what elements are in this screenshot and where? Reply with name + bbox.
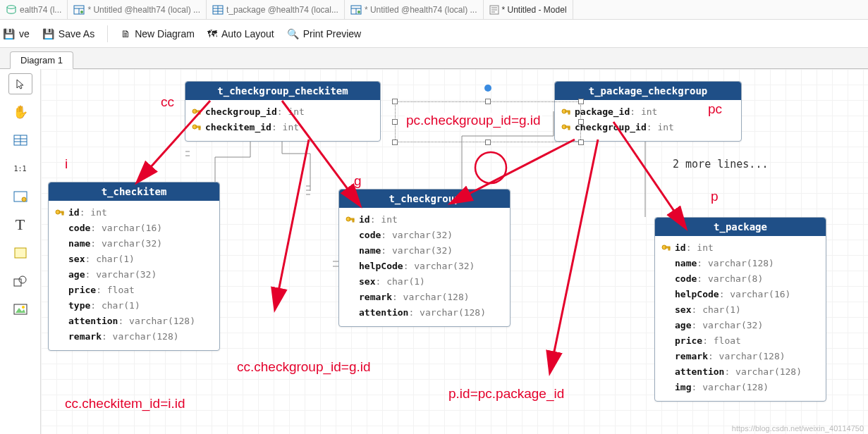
field-type: : varchar(128)	[392, 290, 470, 305]
table-field: id: int	[54, 205, 214, 221]
alias-i: i	[65, 156, 68, 172]
pan-tool[interactable]: ✋	[8, 101, 32, 123]
field-spacer	[345, 230, 355, 240]
field-type: : int	[80, 205, 107, 221]
editor-tab[interactable]: * Untitled - Model	[484, 0, 573, 19]
table-field: sex: char(1)	[54, 252, 214, 267]
field-type: : varchar(32)	[691, 318, 763, 333]
join-pc-g: pc.checkgroup_id=g.id	[405, 113, 542, 128]
join-p-pc: p.id=pc.package_id	[448, 386, 564, 402]
field-spacer	[54, 254, 64, 264]
alias-cc: cc	[161, 94, 174, 110]
watermark: https://blog.csdn.net/weixin_40114750	[732, 424, 864, 433]
pointer-tool[interactable]	[8, 73, 32, 94]
print-preview-button[interactable]: 🔍 Print Preview	[287, 28, 361, 39]
editor-tab[interactable]: ealth74 (l...	[0, 0, 68, 19]
field-type: : varchar(16)	[90, 221, 162, 236]
field-spacer	[661, 259, 671, 268]
table-header: t_package_checkgroup	[555, 82, 741, 100]
field-type: : varchar(128)	[708, 349, 786, 364]
field-name: id	[359, 212, 370, 228]
field-spacer	[54, 285, 64, 295]
table-field: code: varchar(8)	[661, 271, 820, 287]
save-as-button[interactable]: 💾 Save As	[42, 28, 94, 39]
field-spacer	[54, 239, 64, 249]
save-as-label: Save As	[59, 28, 94, 39]
save-icon: 💾	[3, 28, 15, 39]
auto-layout-icon: 🗺	[207, 28, 217, 39]
field-type: : char(1)	[375, 274, 424, 290]
field-type: : varchar(128)	[724, 364, 802, 380]
text-tool[interactable]: T	[8, 214, 32, 235]
table-t-checkgroup[interactable]: t_checkgroupid: intcode: varchar(32)name…	[338, 189, 511, 327]
svg-rect-28	[199, 112, 200, 114]
field-spacer	[345, 261, 355, 271]
view-tool[interactable]	[8, 186, 32, 207]
relation-tool[interactable]: 1:1	[8, 158, 32, 179]
field-name: age	[675, 318, 691, 333]
save-button[interactable]: 💾 ve	[3, 28, 30, 39]
save-as-icon: 💾	[42, 28, 54, 39]
image-tool[interactable]	[8, 299, 32, 320]
diagram-canvas[interactable]: ✋ 1:1 T t_checkgroup_checkitemcheckgroup…	[0, 69, 868, 434]
field-spacer	[661, 274, 671, 284]
note-tool[interactable]	[8, 242, 32, 264]
join-cc-i: cc.checkitem_id=i.id	[65, 396, 185, 411]
new-diagram-button[interactable]: 🗎 New Diagram	[121, 28, 195, 39]
field-name: sex	[675, 302, 691, 318]
table-field: checkgroup_id: int	[191, 104, 374, 120]
editor-tab-label: t_package @health74 (local...	[226, 5, 338, 15]
table-t-checkitem[interactable]: t_checkitemid: intcode: varchar(16)name:…	[48, 182, 220, 351]
table-t-checkgroup-checkitem[interactable]: t_checkgroup_checkitemcheckgroup_id: int…	[185, 81, 381, 142]
editor-tab[interactable]: * Untitled @health74 (local) ...	[68, 0, 207, 19]
field-type: : char(1)	[691, 302, 740, 318]
field-name: attention	[675, 364, 724, 380]
rotation-handle[interactable]	[484, 85, 491, 92]
diagram-tab[interactable]: Diagram 1	[10, 51, 73, 69]
editor-tab[interactable]: * Untitled @health74 (local) ...	[345, 0, 484, 19]
field-spacer	[54, 301, 64, 311]
editor-tab-label: * Untitled @health74 (local) ...	[365, 5, 477, 15]
table-field: checkgroup_id: int	[561, 120, 735, 135]
field-spacer	[54, 332, 64, 342]
table-field: id: int	[345, 212, 504, 228]
field-name: remark	[675, 349, 708, 364]
table-field: remark: varchar(128)	[345, 290, 504, 305]
tool-palette: ✋ 1:1 T	[0, 69, 41, 434]
field-type: : char(1)	[85, 252, 134, 267]
editor-tab[interactable]: t_package @health74 (local...	[207, 0, 345, 19]
auto-layout-button[interactable]: 🗺 Auto Layout	[207, 28, 274, 39]
diagram-tab-strip: Diagram 1	[0, 48, 868, 69]
field-spacer	[345, 277, 355, 287]
field-name: age	[68, 267, 85, 283]
alias-p: p	[711, 189, 719, 204]
field-name: remark	[68, 329, 102, 345]
field-name: checkgroup_id	[575, 120, 647, 135]
field-type: : varchar(32)	[381, 228, 453, 243]
field-name: price	[675, 333, 702, 349]
more-lines-note: 2 more lines...	[673, 158, 768, 170]
primary-key-icon	[345, 215, 355, 225]
field-name: code	[675, 271, 697, 287]
field-name: attention	[68, 314, 118, 329]
field-name: package_id	[575, 104, 630, 120]
field-name: helpCode	[675, 287, 719, 302]
table-header: t_checkgroup_checkitem	[185, 82, 380, 100]
field-spacer	[661, 290, 671, 299]
field-type: : varchar(128)	[118, 314, 195, 329]
field-type: : char(1)	[90, 298, 140, 314]
table-t-package[interactable]: t_packageid: intname: varchar(128)code: …	[654, 217, 826, 402]
table-field: sex: char(1)	[345, 274, 504, 290]
editor-tab-label: * Untitled - Model	[502, 5, 567, 15]
field-type: : varchar(16)	[719, 287, 791, 302]
shape-tool[interactable]	[8, 271, 32, 292]
field-spacer	[345, 292, 355, 302]
field-type: : int	[686, 240, 714, 256]
field-type: : varchar(128)	[691, 380, 769, 395]
table-tool[interactable]	[8, 130, 32, 151]
field-type: : float	[702, 333, 741, 349]
field-name: img	[675, 380, 691, 395]
svg-point-22	[19, 276, 26, 283]
join-cc-g: cc.checkgroup_id=g.id	[237, 359, 371, 375]
field-type: : varchar(128)	[102, 329, 179, 345]
